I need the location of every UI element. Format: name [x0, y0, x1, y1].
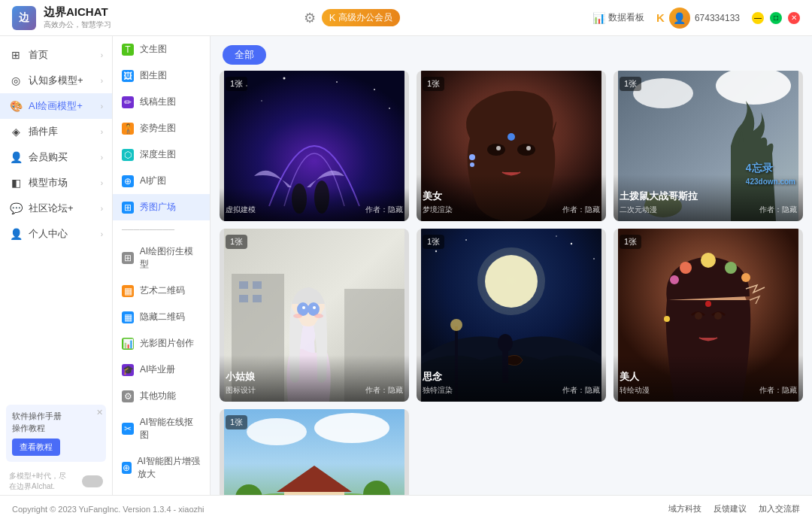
user-id: 674334133: [695, 13, 740, 23]
svg-point-57: [705, 301, 711, 307]
submenu-item-diffusion[interactable]: ⊞ AI绘图衍生模型: [113, 238, 210, 278]
submenu-item-img2img[interactable]: 🖼 图生图: [113, 62, 210, 89]
footer-link-company[interactable]: 域方科技: [668, 503, 701, 514]
chevron-icon: ›: [101, 230, 103, 238]
submenu-item-depth[interactable]: ⬡ 深度生图: [113, 141, 210, 168]
submenu-item-text2img[interactable]: T 文生图: [113, 36, 210, 62]
svg-point-60: [247, 418, 307, 445]
sidebar-item-multimodal[interactable]: ◎ 认知多模型+ ›: [0, 68, 112, 93]
submenu-item-graduation[interactable]: 🎓 AI毕业册: [113, 357, 210, 383]
footer-link-feedback[interactable]: 反馈建议: [714, 503, 747, 514]
sidebar-item-market[interactable]: ◧ 模型市场 ›: [0, 170, 112, 196]
filter-all-button[interactable]: 全部: [223, 45, 266, 65]
sidebar-item-home[interactable]: ⊞ 首页 ›: [0, 42, 112, 68]
card-count-4: 1张: [226, 235, 247, 249]
card-tag-3: 二次元动漫: [620, 205, 657, 215]
img2img-icon: 🖼: [122, 70, 134, 82]
card-title-5: 思念: [423, 370, 600, 384]
svg-point-17: [470, 162, 474, 167]
sidebar-item-plugins[interactable]: ◈ 插件库 ›: [0, 119, 112, 144]
submenu-item-hide-qr[interactable]: ▦ 隐藏二维码: [113, 304, 210, 330]
user-avatar[interactable]: 👤: [669, 8, 690, 29]
card-author-4: 作者：隐藏: [365, 385, 403, 396]
svg-rect-25: [239, 281, 248, 289]
diffusion-icon: ⊞: [122, 252, 134, 264]
submenu-item-expand[interactable]: ⊕ AI扩图: [113, 168, 210, 194]
tutorial-close-button[interactable]: ✕: [96, 408, 103, 417]
submenu-item-online-draw[interactable]: ✂ AI智能在线抠图: [113, 409, 210, 448]
profile-icon: 👤: [9, 227, 23, 241]
svg-point-53: [741, 273, 750, 282]
sidebar-label-vip: 会员购买: [29, 150, 68, 164]
card-author-1: 作者：隐藏: [365, 205, 403, 215]
submenu-label-img2img: 图生图: [140, 69, 167, 82]
card-author-6: 作者：隐藏: [759, 385, 797, 396]
card-tag-1: 虚拟建模: [226, 205, 256, 215]
gallery-card-3[interactable]: 1张 土拨鼠大战哥斯拉 二次元动漫 作者：隐藏 4忘录423down.com: [614, 71, 803, 221]
market-icon: ◧: [9, 176, 23, 190]
sidebar-label-home: 首页: [29, 48, 48, 62]
close-button[interactable]: ✕: [788, 12, 800, 24]
gallery-card-7[interactable]: 1张: [220, 409, 409, 495]
gallery-card-6[interactable]: 1张 美人 转绘动漫 作者：隐藏: [614, 229, 803, 402]
svg-point-58: [664, 316, 670, 322]
svg-point-54: [670, 275, 679, 284]
submenu-item-showcase[interactable]: ⊞ 秀图广场: [113, 194, 210, 220]
svg-point-33: [313, 306, 316, 309]
sidebar-label-multimodal: 认知多模型+: [29, 74, 83, 87]
view-tutorial-button[interactable]: 查看教程: [12, 439, 60, 456]
section-divider: ─────────: [113, 220, 210, 238]
sidebar-item-aidraw[interactable]: 🎨 AI绘画模型+ ›: [0, 93, 112, 119]
submenu-label-enhance: AI智能图片增强放大: [138, 455, 201, 481]
sidebar: ⊞ 首页 › ◎ 认知多模型+ › 🎨 AI绘画模型+ ›: [0, 36, 113, 495]
svg-point-56: [714, 312, 722, 320]
sidebar-item-profile[interactable]: 👤 个人中心 ›: [0, 221, 112, 247]
submenu-item-art-qr[interactable]: ▦ 艺术二维码: [113, 278, 210, 304]
sidebar-item-community[interactable]: 💬 社区论坛+ ›: [0, 196, 112, 221]
submenu: T 文生图 🖼 图生图 ✏ 线稿生图 🧍 姿势生图 ⬡ 深度生图 ⊕: [113, 36, 211, 495]
card-title-3: 土拨鼠大战哥斯拉: [620, 190, 797, 203]
user-info: K 👤 674334133: [656, 8, 740, 29]
chevron-icon: ›: [101, 205, 103, 213]
submenu-item-remove[interactable]: ◎ AI图片擦除: [113, 487, 210, 495]
app-name-sub: 高效办公，智慧学习: [44, 20, 111, 30]
svg-point-41: [571, 243, 572, 244]
submenu-item-pose[interactable]: 🧍 姿势生图: [113, 115, 210, 141]
submenu-item-enhance[interactable]: ⊕ AI智能图片增强放大: [113, 448, 210, 487]
svg-rect-27: [239, 295, 248, 302]
maximize-button[interactable]: □: [770, 12, 782, 24]
gallery-card-2[interactable]: 1张 美女 梦境渲染 作者：隐藏: [417, 71, 606, 221]
card-meta-3: 二次元动漫 作者：隐藏: [620, 205, 797, 215]
svg-point-12: [517, 144, 535, 156]
sidebar-label-plugins: 插件库: [29, 125, 58, 138]
submenu-label-expand: AI扩图: [140, 175, 166, 187]
vip-badge[interactable]: K 高级办公会员: [322, 9, 401, 26]
data-dashboard[interactable]: 📊 数据看板: [592, 11, 644, 24]
submenu-item-sketch[interactable]: ✏ 线稿生图: [113, 89, 210, 115]
main-layout: ⊞ 首页 › ◎ 认知多模型+ › 🎨 AI绘画模型+ ›: [0, 36, 812, 495]
mode-toggle[interactable]: [82, 475, 103, 487]
submenu-label-diffusion: AI绘图衍生模型: [140, 245, 201, 271]
footer-link-join[interactable]: 加入交流群: [759, 503, 800, 514]
card-tag-6: 转绘动漫: [620, 385, 650, 396]
submenu-item-photo[interactable]: 📊 光影图片创作: [113, 330, 210, 357]
gallery-card-1[interactable]: 1张 虚拟建模 作者：隐藏: [220, 71, 409, 221]
sidebar-item-vip[interactable]: 👤 会员购买 ›: [0, 144, 112, 170]
svg-point-55: [695, 312, 702, 320]
card-title-2: 美女: [423, 190, 600, 203]
card-tag-2: 梦境渲染: [423, 205, 453, 215]
card-meta-1: 虚拟建模 作者：隐藏: [226, 205, 403, 215]
settings-icon[interactable]: ⚙: [304, 10, 316, 26]
card-count-5: 1张: [423, 235, 444, 249]
card-info-6: 美人 转绘动漫 作者：隐藏: [614, 355, 803, 402]
minimize-button[interactable]: —: [752, 12, 764, 24]
svg-point-52: [725, 262, 737, 274]
photo-icon: 📊: [122, 338, 134, 350]
svg-point-32: [302, 306, 305, 309]
gallery-card-5[interactable]: 1张 思念 独特渲染 作者：隐藏: [417, 229, 606, 402]
card-tag-4: 图标设计: [226, 385, 256, 396]
svg-point-2: [283, 77, 286, 80]
title-bar-right: 📊 数据看板 K 👤 674334133 — □ ✕: [592, 8, 800, 29]
gallery-card-4[interactable]: 1张 小姑娘 图标设计 作者：隐藏: [220, 229, 409, 402]
submenu-item-other[interactable]: ⚙ 其他功能: [113, 383, 210, 409]
